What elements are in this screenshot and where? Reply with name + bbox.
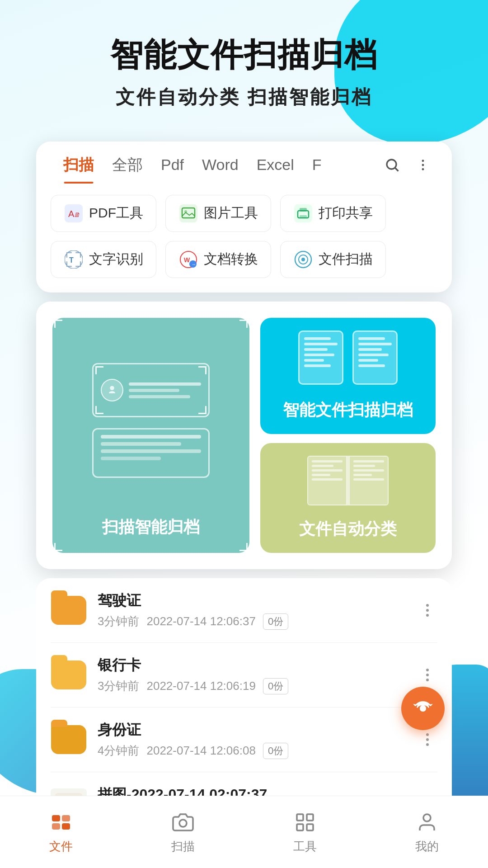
svg-point-4 (422, 168, 424, 170)
svg-rect-13 (300, 208, 307, 212)
tab-icons (381, 154, 434, 184)
svg-line-1 (395, 168, 399, 171)
smart-scan-label: 智能文件扫描归档 (283, 399, 413, 421)
file-badge: 0份 (263, 678, 288, 694)
svg-point-3 (422, 164, 424, 166)
book-icon (307, 456, 389, 505)
svg-rect-46 (307, 824, 313, 830)
svg-text:W: W (184, 256, 190, 264)
file-info[interactable]: 身份证 4分钟前 2022-07-14 12:06:08 0份 (98, 720, 407, 759)
more-button[interactable] (412, 154, 434, 176)
text-recognize-button[interactable]: T 文字识别 (51, 241, 156, 278)
camera-fab-button[interactable] (401, 687, 445, 730)
tab-scan[interactable]: 扫描 (54, 155, 103, 184)
file-info[interactable]: 驾驶证 3分钟前 2022-07-14 12:06:37 0份 (98, 591, 407, 630)
file-info[interactable]: 银行卡 3分钟前 2022-07-14 12:06:19 0份 (98, 656, 407, 694)
doc-convert-button[interactable]: W ↔ 文档转换 (165, 241, 271, 278)
file-time: 3分钟前 (98, 678, 139, 694)
image-tool-label: 图片工具 (204, 204, 258, 222)
scan-nav-icon (170, 810, 196, 835)
scan-illustration (63, 332, 239, 509)
tab-word[interactable]: Word (193, 156, 248, 182)
file-badge: 0份 (263, 613, 288, 630)
file-date: 2022-07-14 12:06:37 (146, 614, 255, 628)
file-date: 2022-07-14 12:06:19 (146, 679, 255, 693)
folder-shape (51, 596, 86, 625)
text-recognize-label: 文字识别 (89, 250, 143, 269)
files-nav-icon (48, 810, 74, 835)
file-scan-label: 文件扫描 (319, 250, 373, 269)
svg-point-47 (423, 814, 431, 821)
print-tool-button[interactable]: 打印共享 (280, 195, 386, 232)
file-item: 驾驶证 3分钟前 2022-07-14 12:06:37 0份 (51, 578, 437, 643)
svg-point-31 (301, 258, 305, 261)
more-menu-button[interactable] (418, 665, 437, 685)
image-icon (178, 203, 198, 223)
tab-excel[interactable]: Excel (248, 156, 303, 182)
more-menu-button[interactable] (418, 600, 437, 620)
more-menu-button[interactable] (418, 730, 437, 750)
nav-tools[interactable]: 工具 (292, 810, 318, 854)
image-tool-button[interactable]: 图片工具 (165, 195, 271, 232)
nav-profile-label: 我的 (415, 839, 439, 854)
file-name: 驾驶证 (98, 591, 407, 611)
tools-row-1: A 🗎 PDF工具 图片工具 (36, 184, 452, 232)
feature-scan-panel[interactable]: 扫描智能归档 (52, 318, 249, 553)
svg-rect-40 (62, 815, 70, 821)
file-date: 2022-07-14 12:06:08 (146, 744, 255, 758)
pdf-tool-button[interactable]: A 🗎 PDF工具 (51, 195, 156, 232)
folder-icon (51, 724, 87, 755)
book-page-left (307, 456, 347, 505)
search-button[interactable] (381, 154, 403, 176)
tab-pdf[interactable]: Pdf (152, 156, 193, 182)
nav-files[interactable]: 文件 (48, 810, 74, 854)
nav-profile[interactable]: 我的 (414, 810, 440, 854)
svg-text:🗎: 🗎 (74, 211, 80, 218)
nav-scan[interactable]: 扫描 (170, 810, 196, 854)
tab-all[interactable]: 全部 (103, 155, 152, 184)
folder-icon (51, 594, 87, 626)
nav-scan-label: 扫描 (171, 839, 195, 854)
svg-rect-14 (300, 215, 307, 218)
smart-scan-panel[interactable]: 智能文件扫描归档 (260, 318, 436, 434)
svg-point-0 (387, 160, 396, 169)
folder-icon (51, 659, 87, 691)
file-name: 身份证 (98, 720, 407, 740)
svg-rect-11 (294, 204, 312, 222)
nav-tools-label: 工具 (293, 839, 317, 854)
file-classify-panel[interactable]: 文件自动分类 (260, 443, 436, 553)
file-scan-button[interactable]: 文件扫描 (280, 241, 386, 278)
file-badge: 0份 (263, 743, 288, 759)
text-recognize-icon: T (64, 250, 84, 269)
doc-illustration (298, 330, 398, 385)
svg-rect-24 (80, 261, 81, 267)
svg-rect-22 (80, 252, 81, 258)
tab-bar: 扫描 全部 Pdf Word Excel F (36, 142, 452, 184)
hero-title: 智能文件扫描归档 (27, 36, 461, 74)
print-icon (293, 203, 313, 223)
hero-section: 智能文件扫描归档 文件自动分类 扫描智能归档 (0, 0, 488, 128)
tools-nav-icon (292, 810, 318, 835)
feature-popup: 扫描智能归档 (36, 302, 452, 569)
file-classify-label: 文件自动分类 (299, 518, 397, 540)
tab-f[interactable]: F (303, 156, 331, 182)
print-tool-label: 打印共享 (319, 204, 373, 222)
file-name: 银行卡 (98, 656, 407, 675)
file-meta: 4分钟前 2022-07-14 12:06:08 0份 (98, 743, 407, 759)
svg-text:↔: ↔ (192, 262, 196, 267)
doc-convert-icon: W ↔ (178, 250, 198, 269)
page-content: 智能文件扫描归档 文件自动分类 扫描智能归档 扫描 全部 Pdf Word Ex… (0, 0, 488, 868)
svg-rect-43 (297, 814, 303, 821)
folder-shape (51, 660, 86, 689)
hero-subtitle: 文件自动分类 扫描智能归档 (27, 85, 461, 110)
svg-rect-39 (52, 823, 60, 830)
svg-rect-44 (307, 814, 313, 821)
svg-rect-38 (52, 815, 60, 821)
file-time: 4分钟前 (98, 743, 139, 759)
tools-row-2: T 文字识别 W (36, 232, 452, 292)
file-scan-icon (293, 250, 313, 269)
svg-rect-23 (66, 261, 67, 267)
doc-convert-label: 文档转换 (204, 250, 258, 269)
file-time: 3分钟前 (98, 613, 139, 629)
profile-nav-icon (414, 810, 440, 835)
